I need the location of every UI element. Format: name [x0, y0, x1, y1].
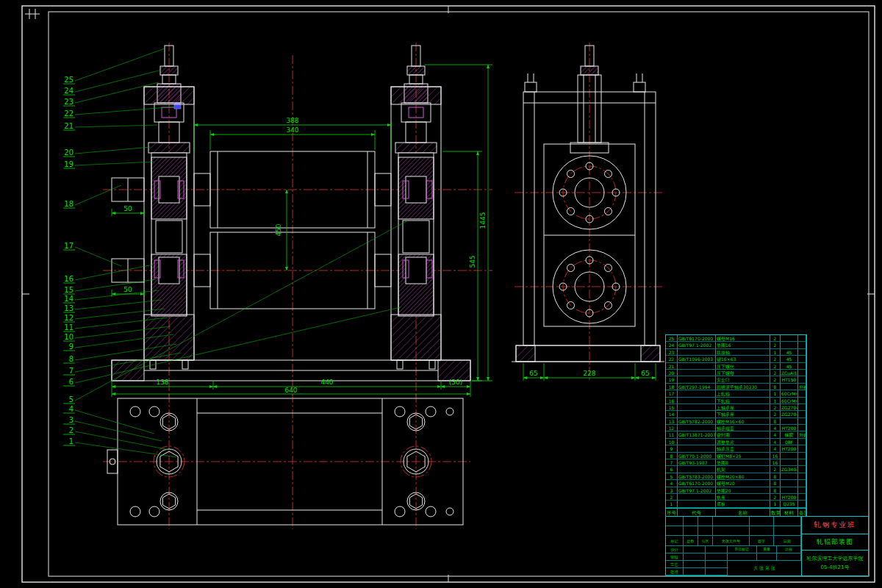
bom-row: 13GB/T5782-2000螺栓M16×608 [666, 418, 806, 425]
bom-cell-no: 13 [666, 418, 678, 425]
bom-cell-mat [781, 480, 798, 487]
bom-cell-qty: 8 [770, 384, 781, 390]
bom-cell-name: 下轧辊 [716, 398, 770, 404]
bom-cell-mat: ZG270-500 [781, 411, 798, 417]
bom-cell-mat: 08F [781, 439, 798, 445]
bom-cell-mat: 45 [781, 349, 798, 356]
bom-cell-name: 螺栓M16×60 [716, 418, 770, 425]
bom-cell-no: 3 [666, 487, 678, 494]
tb-cell [684, 553, 706, 561]
bom-cell-qty: 2 [770, 342, 781, 348]
bom-cell-rem [798, 349, 806, 356]
bom-cell-code: GB/T97.1-2002 [678, 487, 716, 494]
bom-cell-no: 24 [666, 342, 678, 348]
bom-cell-rem [798, 370, 806, 376]
callout-number-8: 8 [69, 355, 74, 363]
bom-cell-code [678, 349, 716, 356]
callout-number-7: 7 [69, 367, 74, 375]
drawing-title: 轧辊部装图 [802, 534, 868, 551]
bom-cell-name: 底板 [716, 501, 770, 507]
bom-cell-code [678, 404, 716, 411]
tb-cell [684, 546, 706, 553]
bom-cell-rem [798, 335, 806, 342]
dim-front-top-outer: 388 [286, 117, 298, 124]
bom-cell-no: 2 [666, 494, 678, 501]
bom-row: 2轨座2HT200 [666, 494, 806, 501]
bom-cell-name: 下轴承座 [716, 411, 770, 417]
bom-row: 22GB/T1096-2003键16×63245 [666, 356, 806, 362]
tb-cell [706, 553, 728, 561]
bom-row: 24GB/T97.1-2002垫圈162 [666, 342, 806, 348]
bom-row: 3GB/T97.1-2002垫圈208 [666, 487, 806, 494]
school-block: 哈尔滨理工大学远东学院 05-4班21号 [802, 551, 868, 575]
callout-leader-21 [75, 125, 157, 127]
bom-cell-name: 上轴承座 [716, 404, 770, 411]
bom-cell-rem [798, 445, 806, 452]
tb-label-mark: 标记 [666, 536, 684, 546]
bom-row: 6机架2ZG340-640 [666, 466, 806, 473]
bom-cell-name: 调整垫片 [716, 439, 770, 445]
callout-number-1: 1 [69, 437, 74, 445]
bom-cell-rem [798, 453, 806, 459]
bom-cell-code [678, 390, 716, 397]
callout-leader-6 [75, 307, 401, 383]
bom-cell-rem: 外购 [798, 431, 806, 438]
callout-number-11: 11 [64, 323, 74, 331]
bom-cell-qty: 2 [770, 363, 781, 370]
bom-cell-qty: 8 [770, 418, 781, 425]
bom-cell-no: 16 [666, 398, 678, 404]
class-number: 05-4班21号 [821, 564, 850, 571]
tb-cell [774, 517, 801, 526]
tb-label-check: 审核 [666, 553, 684, 561]
dim-side-mid: 228 [583, 370, 595, 377]
bom-row: 4GB/T6170-2000螺母M208 [666, 480, 806, 487]
stage-grid: 阶段标记 重量 比例 [728, 546, 801, 561]
callout-leader-13 [75, 300, 162, 309]
front-view [112, 46, 470, 381]
bom-cell-qty: 2 [770, 370, 781, 376]
cad-canvas: 388 340 450 545 1445 138 440 (30) 640 5 [0, 0, 882, 588]
bom-cell-no: 10 [666, 439, 678, 445]
tb-cell [666, 517, 684, 526]
title-block-right: 轧钢专业班 轧辊部装图 哈尔滨理工大学远东学院 05-4班21号 [801, 517, 868, 576]
tb-cell [684, 561, 706, 568]
bom-cell-no: 1 [666, 501, 678, 507]
bom-cell-rem [798, 501, 806, 507]
tb-label-count: 处数 [684, 536, 698, 546]
tb-cell [706, 546, 728, 553]
callout-number-5: 5 [69, 395, 74, 404]
bom-cell-mat [781, 453, 798, 459]
bom-cell-code: GB/T5783-2000 [678, 473, 716, 480]
bom-cell-mat: 橡胶 [781, 431, 798, 438]
bom-cell-no: 21 [666, 363, 678, 370]
tb-cell [713, 517, 750, 526]
title-block: 标记 处数 分区 更改文件号 签字 日期 设计 审核 工艺 批准 阶段标记 重量… [665, 516, 869, 576]
dim-side-right: 65 [641, 370, 649, 377]
bom-cell-name: 垫圈16 [716, 342, 770, 348]
bom-cell-qty: 1 [770, 501, 781, 507]
callout-leader-14 [75, 290, 159, 300]
dim-front-right-inner: 545 [469, 255, 476, 268]
callout-leader-16 [75, 265, 153, 280]
bom-cell-code: GB/T5782-2000 [678, 418, 716, 425]
bom-cell-mat [781, 342, 798, 348]
callouts-layer: 2524232221201918171615141312111098765432… [63, 49, 408, 457]
tb-cell [698, 517, 713, 526]
sheet-count: 共 张 第 张 [728, 561, 801, 576]
bom-cell-rem [798, 425, 806, 431]
callout-number-19: 19 [64, 160, 74, 168]
bom-cell-no: 6 [666, 466, 678, 473]
bom-cell-qty: 2 [770, 466, 781, 473]
bom-row: 15上轴承座2ZG270-500 [666, 404, 806, 411]
bom-cell-rem: 外购 [798, 384, 806, 390]
dim-front-stub-bottom: 50 [123, 286, 132, 293]
bom-cell-name: 螺母M20 [716, 480, 770, 487]
tb-cell [750, 526, 774, 536]
bom-cell-code: GB/T70.1-2000 [678, 453, 716, 459]
callout-number-2: 2 [69, 426, 74, 434]
bom-cell-no: 17 [666, 390, 678, 397]
bom-cell-rem [798, 459, 806, 466]
dim-front-bottom-mid: 440 [320, 379, 333, 386]
callout-number-3: 3 [69, 416, 74, 424]
bom-row: 7GB/T93-1987垫圈816 [666, 459, 806, 466]
